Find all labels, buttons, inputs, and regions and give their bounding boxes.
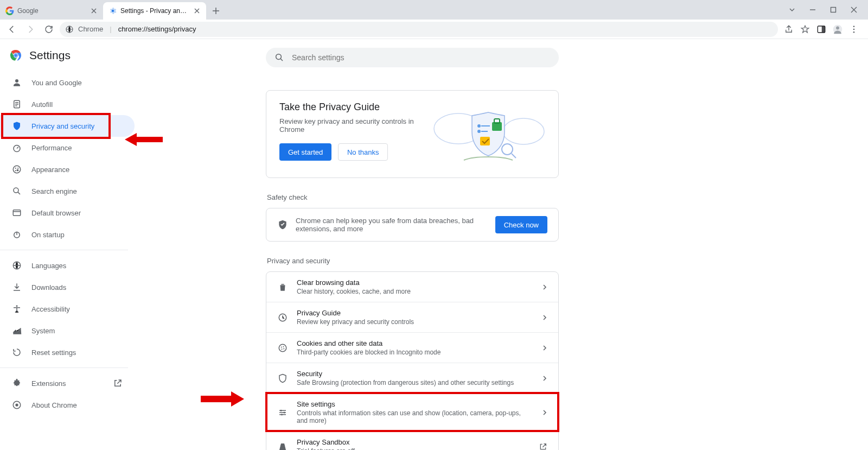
row-subtitle: Controls what information sites can use …	[297, 409, 533, 424]
svg-rect-4	[822, 26, 825, 33]
languages-icon	[12, 261, 22, 270]
row-privacy-sandbox[interactable]: Privacy SandboxTrial features are off	[266, 431, 558, 450]
settings-brand: Settings	[0, 49, 141, 72]
kebab-menu-icon[interactable]	[846, 22, 861, 37]
chevron-down-icon[interactable]	[784, 2, 800, 17]
no-thanks-button[interactable]: No thanks	[338, 143, 388, 161]
chrome-logo-icon	[10, 49, 22, 61]
search-engine-icon	[12, 186, 22, 196]
svg-rect-23	[13, 210, 21, 216]
minimize-window-button[interactable]	[805, 2, 820, 17]
chevron-right-icon	[542, 345, 547, 351]
settings-search[interactable]	[266, 48, 559, 67]
reset-settings-icon	[12, 347, 22, 357]
svg-point-14	[15, 79, 18, 83]
get-started-button[interactable]: Get started	[279, 143, 331, 161]
privacy-guide-subtitle: Review key privacy and security controls…	[279, 117, 420, 134]
row-title: Site settings	[297, 400, 533, 408]
nav-item-accessibility[interactable]: Accessibility	[0, 298, 135, 320]
nav-item-label: Autofill	[31, 100, 53, 109]
chevron-right-icon	[542, 410, 547, 415]
browser-tab-title: Google	[17, 7, 87, 15]
nav-item-you-and-google[interactable]: You and Google	[0, 72, 135, 93]
page-title: Settings	[29, 49, 71, 62]
nav-item-system[interactable]: System	[0, 320, 135, 341]
omnibox-url: chrome://settings/privacy	[118, 25, 196, 33]
nav-item-label: System	[31, 327, 55, 335]
browser-tab-title: Settings - Privacy and security	[120, 7, 190, 15]
browser-tab-google[interactable]: Google	[0, 2, 103, 20]
close-tab-icon[interactable]	[90, 7, 98, 15]
svg-rect-35	[480, 137, 490, 145]
svg-marker-50	[201, 391, 244, 407]
clear-browsing-data-icon	[277, 282, 288, 292]
row-privacy-guide[interactable]: Privacy GuideReview key privacy and secu…	[266, 302, 558, 332]
chevron-right-icon	[542, 376, 547, 381]
share-icon[interactable]	[781, 22, 796, 37]
svg-point-48	[284, 411, 285, 413]
nav-item-extensions[interactable]: Extensions	[0, 372, 135, 394]
window-buttons	[778, 0, 868, 20]
address-bar[interactable]: Chrome | chrome://settings/privacy	[60, 22, 778, 37]
reload-button[interactable]	[41, 22, 56, 37]
svg-point-30	[276, 54, 282, 60]
cookies-icon	[277, 343, 288, 353]
svg-point-47	[280, 409, 282, 411]
row-subtitle: Review key privacy and security controls	[297, 318, 533, 326]
back-button[interactable]	[4, 22, 20, 37]
svg-point-8	[853, 28, 855, 30]
nav-item-label: Appearance	[31, 166, 69, 174]
settings-sidebar: Settings You and GoogleAutofillPrivacy a…	[0, 39, 141, 450]
close-tab-icon[interactable]	[193, 7, 201, 15]
nav-item-appearance[interactable]: Appearance	[0, 159, 135, 180]
row-security[interactable]: SecuritySafe Browsing (protection from d…	[266, 363, 558, 393]
privacy-section-heading: Privacy and security	[267, 257, 559, 265]
new-tab-button[interactable]	[208, 3, 224, 18]
nav-item-about-chrome[interactable]: About Chrome	[0, 394, 135, 416]
nav-item-label: Reset settings	[31, 348, 76, 357]
nav-item-performance[interactable]: Performance	[0, 137, 135, 159]
side-panel-icon[interactable]	[814, 22, 829, 37]
maximize-window-button[interactable]	[826, 2, 841, 17]
row-clear-browsing-data[interactable]: Clear browsing dataClear history, cookie…	[266, 272, 558, 302]
bookmark-icon[interactable]	[797, 22, 813, 37]
svg-point-46	[283, 348, 284, 349]
profile-avatar[interactable]	[830, 22, 845, 37]
nav-item-label: On startup	[31, 231, 65, 239]
svg-point-40	[502, 144, 513, 155]
nav-item-on-startup[interactable]: On startup	[0, 224, 135, 245]
svg-point-44	[283, 346, 284, 347]
forward-button[interactable]	[23, 22, 38, 37]
nav-item-autofill[interactable]: Autofill	[0, 93, 135, 115]
appearance-icon	[12, 164, 22, 174]
open-external-icon	[539, 442, 547, 451]
chevron-right-icon	[542, 315, 547, 320]
row-subtitle: Clear history, cookies, cache, and more	[297, 288, 533, 295]
nav-item-default-browser[interactable]: Default browser	[0, 202, 135, 224]
settings-search-input[interactable]	[291, 53, 550, 62]
nav-item-label: Search engine	[31, 187, 77, 195]
about-chrome-icon	[12, 400, 22, 410]
site-info-icon[interactable]	[65, 25, 74, 34]
close-window-button[interactable]	[846, 2, 861, 17]
nav-item-label: You and Google	[31, 79, 82, 87]
svg-point-49	[281, 414, 283, 415]
you-and-google-icon	[12, 78, 22, 87]
row-site-settings[interactable]: Site settingsControls what information s…	[266, 393, 558, 431]
svg-point-13	[14, 54, 17, 57]
nav-item-privacy-and-security[interactable]: Privacy and security	[0, 115, 135, 137]
svg-point-17	[13, 166, 21, 173]
browser-tab-settings[interactable]: Settings - Privacy and security	[103, 2, 206, 20]
check-now-button[interactable]: Check now	[495, 216, 547, 233]
row-cookies[interactable]: Cookies and other site dataThird-party c…	[266, 332, 558, 363]
nav-item-downloads[interactable]: Downloads	[0, 276, 135, 298]
nav-item-label: Extensions	[31, 379, 66, 388]
nav-item-languages[interactable]: Languages	[0, 255, 135, 276]
svg-point-18	[15, 168, 16, 169]
row-title: Security	[297, 370, 533, 378]
svg-point-38	[477, 130, 481, 133]
nav-item-reset-settings[interactable]: Reset settings	[0, 341, 135, 363]
site-settings-icon	[277, 408, 288, 417]
safety-check-text: Chrome can help keep you safe from data …	[296, 217, 488, 233]
nav-item-search-engine[interactable]: Search engine	[0, 180, 135, 202]
